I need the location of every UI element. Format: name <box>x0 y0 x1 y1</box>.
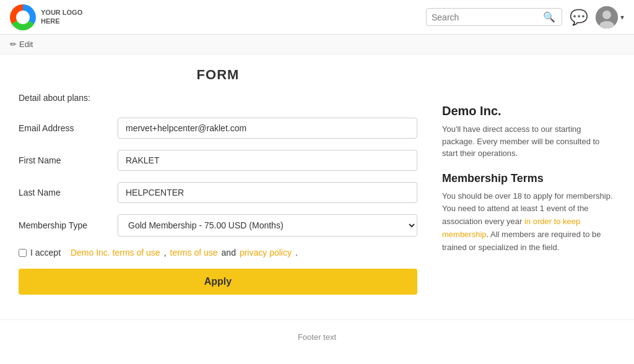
lastname-field-row: Last Name <box>19 182 417 203</box>
firstname-label: First Name <box>19 155 118 165</box>
header-right: 🔍 💬 ▾ <box>426 6 624 28</box>
header: YOUR LOGO HERE 🔍 💬 ▾ <box>0 0 634 35</box>
terms-prefix: I accept <box>30 248 61 258</box>
avatar-container[interactable]: ▾ <box>596 6 624 28</box>
terms-row: I accept Demo Inc. terms of use, terms o… <box>19 248 417 258</box>
logo-inner <box>16 11 30 24</box>
terms-checkbox[interactable] <box>19 249 27 257</box>
terms-separator: , <box>164 248 167 258</box>
main-content: FORM Detail about plans: Email Address F… <box>0 54 634 307</box>
email-input[interactable] <box>118 118 417 139</box>
terms-and: and <box>222 248 236 258</box>
form-title: FORM <box>19 67 417 83</box>
membership-label: Membership Type <box>19 220 118 230</box>
edit-link[interactable]: ✏ Edit <box>10 40 624 49</box>
org-title: Demo Inc. <box>442 104 615 118</box>
edit-bar: ✏ Edit <box>0 35 634 54</box>
membership-field-row: Membership Type Gold Membership - 75.00 … <box>19 214 417 236</box>
logo-text: YOUR LOGO HERE <box>41 9 82 25</box>
search-icon: 🔍 <box>543 12 555 22</box>
lastname-input[interactable] <box>118 182 417 203</box>
avatar <box>596 6 618 28</box>
logo-icon <box>10 4 36 30</box>
firstname-input[interactable] <box>118 150 417 171</box>
svg-point-1 <box>602 11 611 19</box>
search-container[interactable]: 🔍 <box>426 8 562 26</box>
apply-button[interactable]: Apply <box>19 269 417 295</box>
search-icon-button[interactable]: 🔍 <box>542 11 557 23</box>
terms-period: . <box>295 248 298 258</box>
membership-terms-title: Membership Terms <box>442 172 615 185</box>
form-section: FORM Detail about plans: Email Address F… <box>19 67 417 295</box>
firstname-field-row: First Name <box>19 150 417 171</box>
terms-link-2[interactable]: terms of use <box>170 248 218 258</box>
membership-select[interactable]: Gold Membership - 75.00 USD (Months) <box>118 214 417 236</box>
edit-pencil-icon: ✏ <box>10 40 17 49</box>
header-left: YOUR LOGO HERE <box>10 4 82 30</box>
info-section: Demo Inc. You'll have direct access to o… <box>442 67 615 295</box>
org-description: You'll have direct access to our startin… <box>442 123 615 160</box>
membership-terms-desc: You should be over 18 to apply for membe… <box>442 190 615 254</box>
avatar-dropdown-icon: ▾ <box>620 13 624 22</box>
footer-text: Footer text <box>298 332 336 342</box>
email-label: Email Address <box>19 123 118 133</box>
chat-icon[interactable]: 💬 <box>570 9 588 26</box>
email-field-row: Email Address <box>19 118 417 139</box>
terms-link-1[interactable]: Demo Inc. terms of use <box>71 248 160 258</box>
form-subtitle: Detail about plans: <box>19 93 417 103</box>
search-input[interactable] <box>432 12 542 22</box>
terms-link-3[interactable]: privacy policy <box>240 248 292 258</box>
lastname-label: Last Name <box>19 188 118 197</box>
footer: Footer text <box>0 319 634 354</box>
